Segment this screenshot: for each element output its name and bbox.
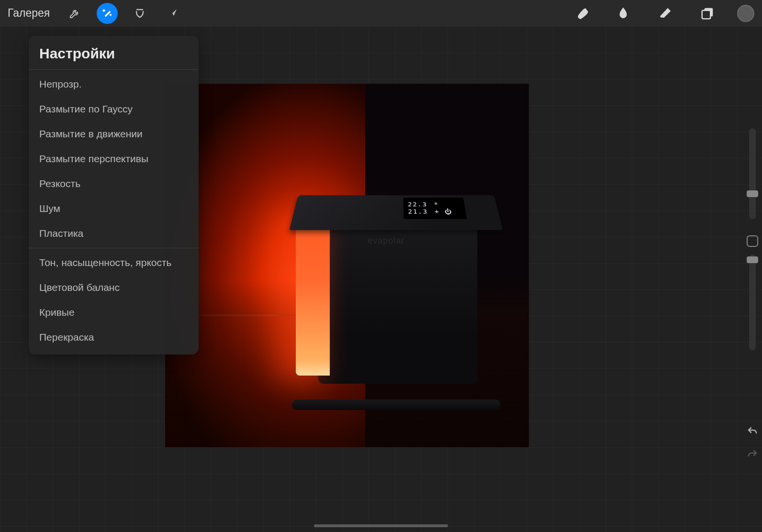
adjust-hsb[interactable]: Тон, насыщенность, яркость <box>29 250 199 275</box>
wrench-icon <box>69 8 80 19</box>
transform-arrow-icon <box>167 8 178 19</box>
smudge-tool-button[interactable] <box>611 1 636 26</box>
panel-title: Настройки <box>29 44 199 69</box>
undo-redo-group <box>746 426 759 460</box>
device-brand: evapolar <box>368 236 404 246</box>
adjustments-wand-button[interactable] <box>97 3 118 24</box>
wand-icon <box>101 8 113 19</box>
redo-button[interactable] <box>747 449 758 460</box>
adjust-sharpen[interactable]: Резкость <box>29 171 199 196</box>
smudge-icon <box>616 6 630 21</box>
panel-section-1: Непрозр. Размытие по Гауссу Размытие в д… <box>29 69 199 248</box>
home-indicator[interactable] <box>314 524 448 527</box>
undo-button[interactable] <box>747 426 758 437</box>
adjust-color-balance[interactable]: Цветовой баланс <box>29 275 199 300</box>
artwork-device: 22.3* 21.3+ ⏻ evapolar <box>303 193 493 404</box>
color-swatch-button[interactable] <box>737 5 754 22</box>
adjustments-panel: Настройки Непрозр. Размытие по Гауссу Ра… <box>29 36 199 355</box>
brush-icon <box>574 6 588 21</box>
toolbar-right-group <box>560 1 754 26</box>
adjust-liquify[interactable]: Пластика <box>29 221 199 246</box>
adjust-opacity[interactable]: Непрозр. <box>29 72 199 97</box>
adjust-noise[interactable]: Шум <box>29 196 199 221</box>
adjust-curves[interactable]: Кривые <box>29 300 199 325</box>
adjust-perspective-blur[interactable]: Размытие перспективы <box>29 146 199 171</box>
gallery-link[interactable]: Галерея <box>8 7 50 20</box>
selection-tool-button[interactable] <box>129 3 150 24</box>
modify-button[interactable] <box>747 235 758 247</box>
undo-icon <box>747 426 758 435</box>
side-sliders <box>746 128 759 359</box>
top-toolbar: Галерея <box>0 0 762 26</box>
brush-tool-button[interactable] <box>569 1 594 26</box>
adjust-recolor[interactable]: Перекраска <box>29 325 199 350</box>
brush-size-slider[interactable] <box>749 128 756 219</box>
device-readout-1: 22.3 <box>408 201 428 208</box>
eraser-icon <box>658 6 672 21</box>
brush-size-thumb[interactable] <box>747 190 758 197</box>
layers-icon <box>700 6 715 21</box>
brush-opacity-thumb[interactable] <box>747 256 758 263</box>
canvas-artwork[interactable]: 22.3* 21.3+ ⏻ evapolar <box>165 84 529 447</box>
adjust-motion-blur[interactable]: Размытие в движении <box>29 122 199 146</box>
transform-arrow-button[interactable] <box>162 3 183 24</box>
adjust-gaussian-blur[interactable]: Размытие по Гауссу <box>29 97 199 122</box>
layers-button[interactable] <box>695 1 720 26</box>
svg-rect-1 <box>702 10 711 19</box>
actions-wrench-button[interactable] <box>64 3 85 24</box>
device-readout-2: 21.3 <box>408 208 428 215</box>
selection-icon <box>134 8 146 19</box>
redo-icon <box>747 449 758 458</box>
eraser-tool-button[interactable] <box>653 1 678 26</box>
panel-section-2: Тон, насыщенность, яркость Цветовой бала… <box>29 248 199 352</box>
brush-opacity-slider[interactable] <box>749 255 756 350</box>
